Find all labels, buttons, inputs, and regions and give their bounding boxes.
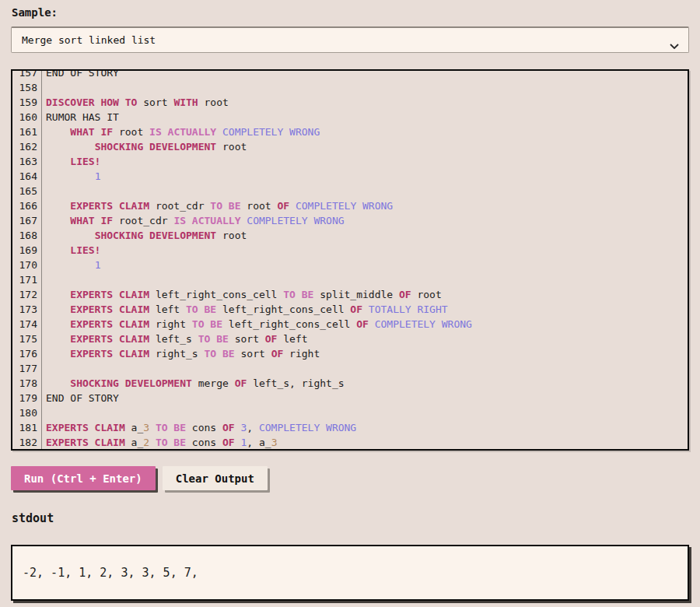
- line-number: 182: [12, 435, 42, 450]
- code-text[interactable]: EXPERTS CLAIM right_s TO BE sort OF righ…: [42, 346, 320, 361]
- line-number: 179: [12, 391, 42, 405]
- code-line[interactable]: 157END OF STORY: [12, 69, 688, 80]
- code-line[interactable]: 180: [12, 405, 688, 420]
- code-line[interactable]: 175 EXPERTS CLAIM left_s TO BE sort OF l…: [12, 332, 688, 346]
- code-text[interactable]: [42, 80, 46, 95]
- line-number: 181: [12, 420, 42, 435]
- toolbar: Run (Ctrl + Enter) Clear Output: [11, 466, 689, 490]
- line-number: 176: [12, 346, 42, 361]
- code-line[interactable]: 162 SHOCKING DEVELOPMENT root: [12, 139, 688, 154]
- code-line[interactable]: 173 EXPERTS CLAIM left TO BE left_right_…: [12, 302, 688, 317]
- code-text[interactable]: DISCOVER HOW TO sort WITH root: [42, 95, 229, 110]
- code-text[interactable]: EXPERTS CLAIM a_2 TO BE cons OF 1, a_3: [42, 435, 277, 450]
- line-number: 172: [12, 287, 42, 302]
- code-line[interactable]: 159DISCOVER HOW TO sort WITH root: [12, 95, 688, 110]
- line-number: 159: [12, 95, 42, 110]
- sample-select-wrap: Merge sort linked list: [11, 26, 689, 53]
- line-number: 165: [12, 184, 42, 198]
- code-lines: 157END OF STORY158159DISCOVER HOW TO sor…: [12, 69, 688, 450]
- line-number: 177: [12, 361, 42, 376]
- line-number: 180: [12, 405, 42, 420]
- line-number: 157: [12, 69, 42, 80]
- code-line[interactable]: 164 1: [12, 169, 688, 184]
- code-text[interactable]: RUMOR HAS IT: [42, 110, 119, 125]
- code-line[interactable]: 178 SHOCKING DEVELOPMENT merge OF left_s…: [12, 376, 688, 391]
- sample-select[interactable]: Merge sort linked list: [11, 26, 689, 53]
- stdout-heading: stdout: [12, 511, 689, 525]
- line-number: 167: [12, 213, 42, 228]
- code-line[interactable]: 182EXPERTS CLAIM a_2 TO BE cons OF 1, a_…: [12, 435, 688, 450]
- code-line[interactable]: 167 WHAT IF root_cdr IS ACTUALLY COMPLET…: [12, 213, 688, 228]
- code-text[interactable]: SHOCKING DEVELOPMENT merge OF left_s, ri…: [42, 376, 345, 391]
- code-line[interactable]: 168 SHOCKING DEVELOPMENT root: [12, 228, 688, 243]
- code-text[interactable]: SHOCKING DEVELOPMENT root: [42, 139, 247, 154]
- line-number: 162: [12, 139, 42, 154]
- code-line[interactable]: 158: [12, 80, 688, 95]
- line-number: 174: [12, 317, 42, 332]
- code-text[interactable]: EXPERTS CLAIM right TO BE left_right_con…: [42, 317, 472, 332]
- code-line[interactable]: 160RUMOR HAS IT: [12, 110, 688, 125]
- code-text[interactable]: EXPERTS CLAIM left_right_cons_cell TO BE…: [42, 287, 442, 302]
- code-line[interactable]: 172 EXPERTS CLAIM left_right_cons_cell T…: [12, 287, 688, 302]
- line-number: 171: [12, 272, 42, 287]
- stdout-output: -2, -1, 1, 2, 3, 3, 5, 7,: [11, 545, 689, 601]
- code-line[interactable]: 171: [12, 272, 688, 287]
- line-number: 164: [12, 169, 42, 184]
- code-text[interactable]: LIES!: [42, 243, 100, 258]
- clear-output-button[interactable]: Clear Output: [163, 466, 268, 490]
- code-text[interactable]: EXPERTS CLAIM left_s TO BE sort OF left: [42, 332, 308, 346]
- code-text[interactable]: END OF STORY: [42, 69, 119, 80]
- code-editor[interactable]: 157END OF STORY158159DISCOVER HOW TO sor…: [11, 69, 689, 451]
- code-line[interactable]: 181EXPERTS CLAIM a_3 TO BE cons OF 3, CO…: [12, 420, 688, 435]
- code-text[interactable]: WHAT IF root_cdr IS ACTUALLY COMPLETELY …: [42, 213, 345, 228]
- run-button[interactable]: Run (Ctrl + Enter): [11, 466, 156, 490]
- code-line[interactable]: 161 WHAT IF root IS ACTUALLY COMPLETELY …: [12, 125, 688, 139]
- code-text[interactable]: LIES!: [42, 154, 100, 169]
- code-line[interactable]: 169 LIES!: [12, 243, 688, 258]
- code-line[interactable]: 163 LIES!: [12, 154, 688, 169]
- code-text[interactable]: 1: [42, 169, 100, 184]
- code-text[interactable]: EXPERTS CLAIM left TO BE left_right_cons…: [42, 302, 448, 317]
- line-number: 175: [12, 332, 42, 346]
- line-number: 170: [12, 258, 42, 272]
- code-text[interactable]: [42, 405, 46, 420]
- code-text[interactable]: [42, 184, 46, 198]
- code-text[interactable]: EXPERTS CLAIM a_3 TO BE cons OF 3, COMPL…: [42, 420, 356, 435]
- line-number: 169: [12, 243, 42, 258]
- code-line[interactable]: 179END OF STORY: [12, 391, 688, 405]
- code-text[interactable]: END OF STORY: [42, 391, 119, 405]
- line-number: 160: [12, 110, 42, 125]
- code-text[interactable]: 1: [42, 258, 100, 272]
- code-line[interactable]: 177: [12, 361, 688, 376]
- line-number: 166: [12, 198, 42, 213]
- code-text[interactable]: SHOCKING DEVELOPMENT root: [42, 228, 247, 243]
- code-text[interactable]: WHAT IF root IS ACTUALLY COMPLETELY WRON…: [42, 125, 320, 139]
- line-number: 178: [12, 376, 42, 391]
- line-number: 161: [12, 125, 42, 139]
- page: Sample: Merge sort linked list 157END OF…: [0, 0, 700, 601]
- code-line[interactable]: 165: [12, 184, 688, 198]
- code-text[interactable]: EXPERTS CLAIM root_cdr TO BE root OF COM…: [42, 198, 393, 213]
- code-line[interactable]: 166 EXPERTS CLAIM root_cdr TO BE root OF…: [12, 198, 688, 213]
- sample-label: Sample:: [12, 6, 689, 19]
- code-line[interactable]: 176 EXPERTS CLAIM right_s TO BE sort OF …: [12, 346, 688, 361]
- line-number: 163: [12, 154, 42, 169]
- code-line[interactable]: 174 EXPERTS CLAIM right TO BE left_right…: [12, 317, 688, 332]
- code-line[interactable]: 170 1: [12, 258, 688, 272]
- line-number: 173: [12, 302, 42, 317]
- code-text[interactable]: [42, 272, 46, 287]
- code-text[interactable]: [42, 361, 46, 376]
- line-number: 168: [12, 228, 42, 243]
- line-number: 158: [12, 80, 42, 95]
